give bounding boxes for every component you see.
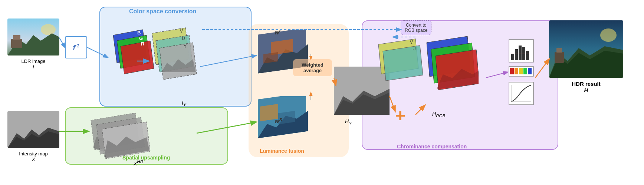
hdr-label: HDR result H — [549, 81, 623, 93]
iy-label: IY — [182, 100, 186, 107]
svg-rect-54 — [515, 68, 518, 74]
svg-text:Y: Y — [184, 44, 187, 49]
svg-rect-56 — [523, 68, 527, 74]
color-bar-icon — [508, 66, 534, 78]
luminance-label: Luminance fusion — [260, 148, 304, 154]
ldr-image-label: LDR image I — [7, 58, 59, 70]
svg-text:R: R — [141, 41, 145, 47]
weighted-avg-box: Weighted average — [293, 59, 332, 76]
xhr-label: XHR — [134, 159, 143, 166]
pipeline-diagram: Color space conversion Spatial upsamplin… — [0, 0, 644, 185]
svg-rect-47 — [515, 49, 518, 60]
intensity-map — [7, 111, 59, 148]
svg-text:G: G — [139, 36, 143, 41]
svg-text:U: U — [413, 46, 416, 51]
hy-label: HY — [345, 118, 352, 125]
svg-point-1 — [41, 24, 56, 35]
svg-text:V: V — [180, 28, 183, 34]
ldr-image — [7, 18, 59, 56]
svg-rect-3 — [11, 39, 22, 48]
svg-rect-55 — [519, 68, 523, 74]
color-space-label: Color space conversion — [129, 8, 196, 15]
histogram-icon — [508, 39, 534, 64]
svg-text:U: U — [182, 36, 185, 41]
svg-rect-65 — [555, 52, 564, 63]
hrgb-label: HRGB — [432, 111, 445, 118]
svg-rect-57 — [528, 68, 532, 74]
svg-rect-66 — [556, 48, 562, 53]
svg-rect-53 — [510, 68, 514, 74]
intensity-label: Intensity map X — [7, 151, 59, 162]
hrgb-stack — [423, 33, 479, 116]
xhr-stack — [87, 109, 161, 168]
svg-rect-50 — [526, 51, 529, 60]
svg-text:B: B — [137, 30, 141, 36]
wx-image: wX — [254, 96, 310, 146]
svg-text:V: V — [410, 40, 413, 45]
chrominance-label: Chrominance compensation — [397, 144, 467, 149]
svg-line-67 — [59, 38, 65, 47]
svg-rect-51 — [511, 54, 529, 54]
svg-marker-39 — [383, 46, 423, 81]
convert-rgb-label: Convert toRGB space — [401, 20, 431, 35]
svg-rect-4 — [13, 35, 20, 40]
hdr-result — [549, 20, 623, 78]
yuv-stack: V U Y — [145, 24, 200, 107]
gamma-box: f-1 — [65, 36, 87, 58]
svg-rect-48 — [519, 46, 522, 60]
uv-stack: V U — [375, 37, 427, 112]
svg-rect-46 — [511, 54, 514, 60]
curve-icon — [508, 81, 534, 107]
svg-point-62 — [600, 28, 617, 42]
